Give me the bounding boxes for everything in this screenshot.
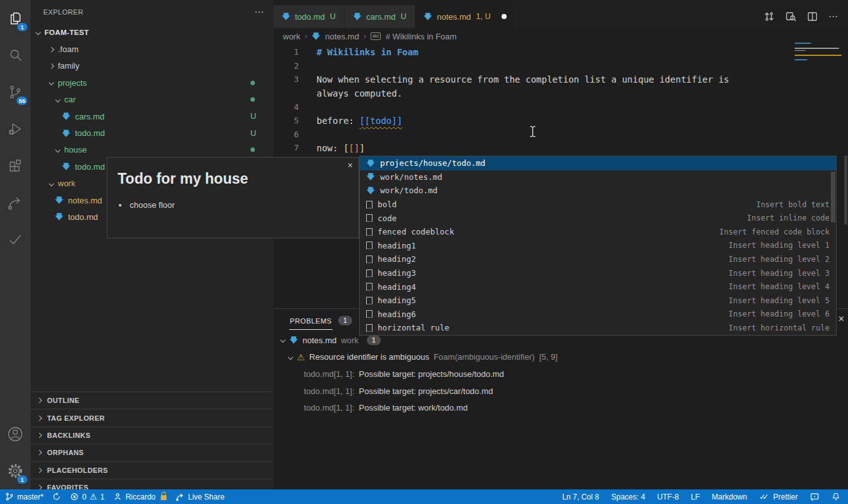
breadcrumb-file[interactable]: notes.md — [325, 32, 359, 41]
minimap[interactable] — [793, 41, 843, 67]
feedback-status[interactable] — [810, 492, 819, 501]
tree-item-family[interactable]: family — [31, 58, 273, 74]
explorer-icon[interactable]: 1 — [0, 0, 31, 37]
close-icon[interactable]: × — [348, 160, 353, 170]
encoding-status[interactable]: UTF-8 — [657, 493, 679, 501]
section-outline[interactable]: OUTLINE — [31, 392, 273, 409]
code-line: 5before: [[todo]] — [273, 114, 848, 128]
source-control-icon[interactable]: 56 — [0, 74, 31, 111]
git-branch-status[interactable]: master* — [5, 492, 43, 501]
tab-label: cars.md — [366, 12, 395, 22]
chevron-right-icon — [49, 64, 54, 69]
live-share-status[interactable]: Live Share — [175, 492, 224, 501]
indentation-status[interactable]: Spaces: 4 — [611, 493, 645, 501]
checkmark-icon — [8, 232, 23, 247]
suggestion-work-notes-md[interactable]: work/notes.md — [360, 170, 836, 184]
related-info-row[interactable]: todo.md[1, 1]: Possible target: work/tod… — [273, 399, 848, 416]
more-actions-icon[interactable]: ⋯ — [828, 11, 838, 22]
testing-icon[interactable] — [0, 221, 31, 258]
tree-item-car-todo-md[interactable]: todo.md U — [31, 125, 273, 141]
suggestion-code[interactable]: code Insert inline code — [360, 211, 836, 225]
tab-notes-md[interactable]: notes.md 1, U — [415, 5, 515, 28]
settings-gear-icon[interactable]: 1 — [0, 453, 31, 489]
problem-source: Foam(ambiguous-identifier) — [434, 352, 535, 362]
problems-status[interactable]: 0 ⚠ 1 — [70, 492, 104, 501]
suggestion-heading6[interactable]: heading6 Insert heading level 6 — [360, 308, 836, 322]
related-info-row[interactable]: todo.md[1, 1]: Possible target: projects… — [273, 383, 848, 400]
section-tag-explorer[interactable]: TAG EXPLORER — [31, 409, 273, 426]
problem-file-name: notes.md — [303, 336, 336, 345]
share-arrow-icon — [175, 492, 185, 501]
dirty-indicator[interactable] — [502, 14, 507, 19]
minimap-line — [795, 55, 842, 56]
markdown-file-icon — [289, 336, 298, 344]
tab-todo-md[interactable]: todo.md U — [273, 5, 345, 28]
line-number: 5 — [273, 116, 299, 125]
search-icon[interactable] — [0, 37, 31, 74]
sidebar-more-actions[interactable]: ⋯ — [254, 6, 264, 18]
wikilink-with-warning[interactable]: [[todo]] — [359, 116, 402, 126]
section-placeholders[interactable]: PLACEHOLDERS — [31, 461, 273, 479]
close-panel-icon[interactable]: × — [838, 313, 844, 325]
split-editor-icon[interactable] — [807, 11, 818, 22]
compare-changes-icon[interactable] — [763, 11, 775, 22]
tree-item-projects[interactable]: projects — [31, 74, 273, 91]
suggestion-work-todo-md[interactable]: work/todo.md — [360, 184, 836, 198]
problem-warning-row[interactable]: ⚠ Resource identifier is ambiguous Foam(… — [273, 349, 848, 366]
breadcrumb-separator: › — [304, 32, 307, 41]
tree-item-foam[interactable]: .foam — [31, 41, 273, 57]
live-share-user-status[interactable]: Riccardo — [113, 492, 166, 501]
suggestion-heading2[interactable]: heading2 Insert heading level 2 — [360, 252, 836, 266]
suggest-scrollbar[interactable] — [831, 172, 835, 222]
chevron-right-icon — [49, 46, 54, 51]
suggestion-description: Insert heading level 3 — [728, 269, 830, 278]
tab-cars-md[interactable]: cars.md U — [345, 5, 415, 28]
hover-list-text: choose floor — [130, 200, 175, 210]
cursor-position-status[interactable]: Ln 7, Col 8 — [562, 493, 599, 501]
suggestion-heading3[interactable]: heading3 Insert heading level 3 — [360, 266, 836, 280]
modified-dot-badge — [250, 81, 255, 85]
editor-scrollbar[interactable] — [844, 156, 847, 224]
notifications-status[interactable] — [831, 492, 840, 501]
language-mode-status[interactable]: Markdown — [712, 493, 747, 501]
suggestion-heading4[interactable]: heading4 Insert heading level 4 — [360, 280, 836, 294]
tree-item-cars-md[interactable]: cars.md U — [31, 108, 273, 125]
markdown-heading: # Wikilinks in Foam — [317, 47, 418, 57]
open-preview-icon[interactable] — [785, 11, 797, 22]
suggestion-fenced-codeblock[interactable]: fenced codeblock Insert fenced code bloc… — [360, 225, 836, 239]
section-orphans[interactable]: ORPHANS — [31, 444, 273, 461]
modified-dot-badge — [250, 97, 255, 102]
section-backlinks[interactable]: BACKLINKS — [31, 426, 273, 444]
suggestion-projects-house-todo-md[interactable]: projects/house/todo.md — [360, 156, 836, 170]
error-circle-icon — [70, 492, 79, 501]
suggestion-label: heading5 — [378, 296, 416, 305]
eol-status[interactable]: LF — [691, 493, 700, 501]
suggestion-bold[interactable]: bold Insert bold text — [360, 198, 836, 212]
account-icon[interactable] — [0, 416, 31, 453]
section-label: OUTLINE — [47, 397, 79, 404]
markdown-file-icon — [62, 162, 71, 171]
suggestion-heading1[interactable]: heading1 Insert heading level 1 — [360, 239, 836, 253]
sync-status[interactable] — [52, 492, 61, 501]
breadcrumb-folder[interactable]: work — [283, 32, 300, 41]
extensions-icon[interactable] — [0, 147, 31, 184]
run-debug-icon[interactable] — [0, 111, 31, 147]
breadcrumb-symbol[interactable]: # Wikilinks in Foam — [385, 32, 456, 41]
suggestion-horizontal-rule[interactable]: horizontal rule Insert horizontal rule — [360, 321, 836, 335]
line-number: 7 — [273, 143, 299, 153]
workspace-root[interactable]: FOAM-TEST — [31, 24, 273, 41]
suggestion-heading5[interactable]: heading5 Insert heading level 5 — [360, 294, 836, 308]
spaces-label: Spaces: 4 — [611, 493, 645, 501]
tab-problems[interactable]: PROBLEMS — [289, 311, 332, 330]
formatter-status[interactable]: ✓✓Prettier — [759, 493, 798, 501]
related-message: Possible target: projects/car/todo.md — [359, 386, 493, 396]
person-icon — [113, 492, 122, 501]
tree-item-car[interactable]: car — [31, 92, 273, 108]
related-info-row[interactable]: todo.md[1, 1]: Possible target: projects… — [273, 365, 848, 383]
extensions-squares-icon — [8, 158, 23, 174]
chevron-down-icon — [49, 180, 54, 186]
chevron-down-icon — [49, 80, 54, 85]
tree-item-house[interactable]: house — [31, 142, 273, 158]
live-share-icon[interactable] — [0, 184, 31, 221]
markdown-file-icon — [423, 12, 432, 21]
